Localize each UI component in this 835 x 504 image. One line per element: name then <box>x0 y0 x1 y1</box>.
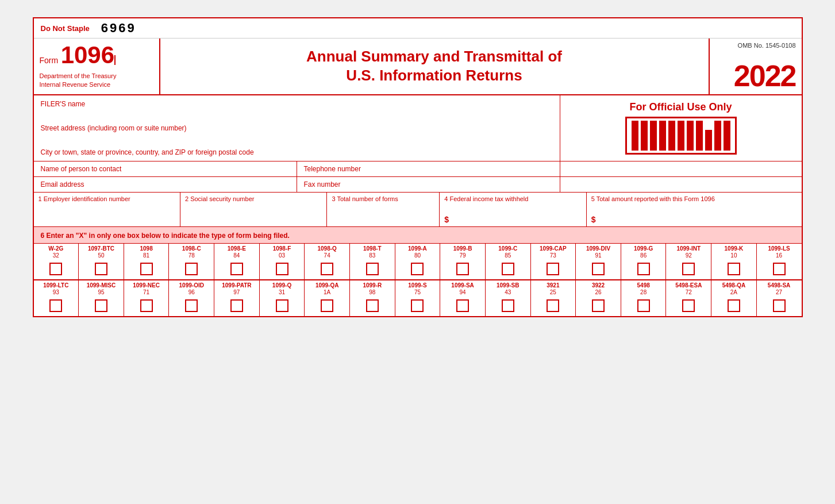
form-type-name: 1099-K <box>725 245 744 252</box>
field5-label: 5 Total amount reported with this Form 1… <box>591 195 797 203</box>
form-type-checkbox[interactable] <box>456 263 469 275</box>
form-type-cell-1099sa: 1099-SA 94 <box>440 280 486 316</box>
form-type-cell-1097btc: 1097-BTC 50 <box>79 244 124 279</box>
field1-label: 1 Employer identification number <box>39 195 175 203</box>
do-not-staple-label: Do Not Staple <box>41 24 90 33</box>
form-type-cell-1099b: 1099-B 79 <box>440 244 486 279</box>
form-type-checkbox[interactable] <box>49 263 62 275</box>
form-type-num: 72 <box>686 289 692 296</box>
form-type-cell-1099k: 1099-K 10 <box>711 244 757 279</box>
form-type-checkbox[interactable] <box>411 299 424 312</box>
form-type-cell-1099nec: 1099-NEC 71 <box>124 280 170 316</box>
form-type-checkbox[interactable] <box>185 263 198 275</box>
form-type-checkbox[interactable] <box>773 263 786 275</box>
form-type-checkbox[interactable] <box>592 263 605 275</box>
form-type-num: 74 <box>324 252 330 259</box>
form-type-name: 1099-PATR <box>222 282 251 289</box>
form-type-checkbox[interactable] <box>95 299 107 312</box>
form-type-num: 43 <box>505 289 511 296</box>
email-row: Email address Fax number <box>34 177 802 193</box>
form-type-name: 1099-CAP <box>540 245 567 252</box>
form-type-checkbox[interactable] <box>502 263 514 275</box>
telephone-label: Telephone number <box>304 165 361 173</box>
form-type-checkbox[interactable] <box>321 263 333 275</box>
form-type-num: 73 <box>550 252 556 259</box>
form-type-checkbox[interactable] <box>366 299 379 312</box>
form-type-checkbox[interactable] <box>276 299 288 312</box>
form-type-cell-1099div: 1099-DIV 91 <box>576 244 621 279</box>
form-type-num: 81 <box>143 252 149 259</box>
form-type-name: 1099-Q <box>272 282 291 289</box>
form-type-num: 91 <box>595 252 601 259</box>
form-type-num: 2A <box>730 289 737 296</box>
form-type-name: 1098-E <box>228 245 246 252</box>
form-type-checkbox[interactable] <box>95 263 107 275</box>
form-type-name: 1099-SB <box>497 282 519 289</box>
form-type-checkbox[interactable] <box>728 299 740 312</box>
form-type-checkbox[interactable] <box>411 263 424 275</box>
form-type-name: W-2G <box>48 245 63 252</box>
type-header: 6 Enter an "X" in only one box below to … <box>34 227 802 244</box>
form-type-num: 1A <box>324 289 330 296</box>
form-type-num: 50 <box>98 252 104 259</box>
field5-dollar: $ <box>591 206 797 224</box>
form-type-cell-1099a: 1099-A 80 <box>395 244 441 279</box>
form-type-checkbox[interactable] <box>456 299 469 312</box>
form-type-checkbox[interactable] <box>682 263 695 275</box>
form-type-name: 1099-S <box>408 282 426 289</box>
form-type-cell-1099r: 1099-R 98 <box>350 280 395 316</box>
field2-cell: 2 Social security number <box>180 193 327 226</box>
form-type-checkbox[interactable] <box>366 263 379 275</box>
bc6 <box>678 121 684 151</box>
form-type-cell-5498qa: 5498-QA 2A <box>711 280 757 316</box>
year-block: OMB No. 1545-0108 2022 <box>710 39 802 94</box>
form-type-checkbox[interactable] <box>502 299 514 312</box>
field4-dollar: $ <box>444 206 581 224</box>
contact-name-label: Name of person to contact <box>41 165 122 173</box>
form-type-checkbox[interactable] <box>728 263 740 275</box>
form-type-cell-1099oid: 1099-OID 96 <box>169 280 214 316</box>
form-type-checkbox[interactable] <box>230 299 243 312</box>
form-type-checkbox[interactable] <box>637 299 650 312</box>
form-type-cell-1099ltc: 1099-LTC 93 <box>34 280 79 316</box>
form-type-name: 1099-MISC <box>87 282 116 289</box>
form-type-cell-1099qa: 1099-QA 1A <box>305 280 350 316</box>
form-type-checkbox[interactable] <box>592 299 605 312</box>
form-type-name: 1097-BTC <box>88 245 114 252</box>
form-type-name: 1099-A <box>408 245 427 252</box>
form-type-num: 03 <box>279 252 285 259</box>
form-type-name: 1099-R <box>363 282 382 289</box>
form-type-checkbox[interactable] <box>140 263 153 275</box>
title-block: Annual Summary and Transmittal of U.S. I… <box>160 39 710 94</box>
official-use-block: For Official Use Only <box>560 95 802 161</box>
form-number: 1096 <box>61 41 114 68</box>
form-type-checkbox[interactable] <box>637 263 650 275</box>
form-type-checkbox[interactable] <box>140 299 153 312</box>
form-type-num: 92 <box>686 252 692 259</box>
form-type-cell-3921: 3921 25 <box>531 280 576 316</box>
form-type-checkbox[interactable] <box>321 299 333 312</box>
form-type-num: 80 <box>414 252 421 259</box>
form-type-checkbox[interactable] <box>276 263 288 275</box>
form-type-checkbox[interactable] <box>547 299 559 312</box>
form-type-cell-1099int: 1099-INT 92 <box>666 244 711 279</box>
form-type-checkbox[interactable] <box>185 299 198 312</box>
filer-name-label: FILER'S name <box>41 100 553 108</box>
form-type-num: 10 <box>730 252 737 259</box>
form-type-cell-5498: 5498 28 <box>621 280 667 316</box>
form-type-checkbox[interactable] <box>230 263 243 275</box>
form-type-name: 1099-LS <box>768 245 790 252</box>
email-cell: Email address <box>34 177 297 192</box>
city-state-zip-label: City or town, state or province, country… <box>41 148 553 156</box>
dept-text: Department of the Treasury Internal Reve… <box>40 72 153 90</box>
form-type-checkbox[interactable] <box>773 299 786 312</box>
form-type-cell-1098c: 1098-C 78 <box>169 244 214 279</box>
form-type-name: 1098-T <box>363 245 382 252</box>
form-type-checkbox[interactable] <box>682 299 695 312</box>
contact-row: Name of person to contact Telephone numb… <box>34 161 802 177</box>
form-type-num: 98 <box>369 289 375 296</box>
form-type-checkbox[interactable] <box>547 263 559 275</box>
form-type-checkbox[interactable] <box>49 299 62 312</box>
official-right-email <box>560 177 802 192</box>
bc7 <box>687 121 694 151</box>
